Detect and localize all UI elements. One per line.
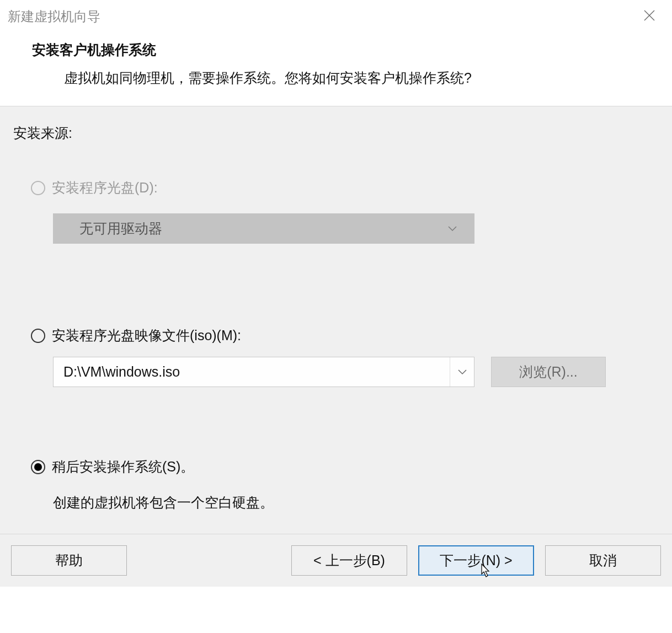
radio-icon [31,460,45,474]
chevron-down-icon[interactable] [450,357,474,387]
radio-label-later: 稍后安装操作系统(S)。 [52,458,194,476]
radio-label-disc: 安装程序光盘(D): [52,179,158,197]
help-button[interactable]: 帮助 [11,545,127,576]
radio-option-iso[interactable]: 安装程序光盘映像文件(iso)(M): [13,326,661,345]
radio-option-disc[interactable]: 安装程序光盘(D): [13,179,661,197]
radio-label-iso: 安装程序光盘映像文件(iso)(M): [52,326,241,345]
iso-path-combobox[interactable]: D:\VM\windows.iso [53,357,474,387]
titlebar: 新建虚拟机向导 [0,0,672,31]
chevron-down-icon [448,226,457,232]
cancel-button[interactable]: 取消 [545,545,661,576]
later-description: 创建的虚拟机将包含一个空白硬盘。 [13,493,661,512]
source-label: 安装来源: [13,124,661,142]
radio-icon [31,181,45,195]
disc-drive-value: 无可用驱动器 [79,219,162,238]
next-button[interactable]: 下一步(N) > [418,545,534,576]
wizard-header: 安装客户机操作系统 虚拟机如同物理机，需要操作系统。您将如何安装客户机操作系统? [0,31,672,106]
back-button[interactable]: < 上一步(B) [291,545,407,576]
page-description: 虚拟机如同物理机，需要操作系统。您将如何安装客户机操作系统? [32,69,672,87]
disc-drive-dropdown: 无可用驱动器 [53,213,474,244]
radio-option-later[interactable]: 稍后安装操作系统(S)。 [13,458,661,476]
window-title: 新建虚拟机向导 [8,8,100,25]
wizard-footer: 帮助 < 上一步(B) 下一步(N) > 取消 [0,534,672,587]
content-area: 安装来源: 安装程序光盘(D): 无可用驱动器 安装程序光盘映像文件(iso)(… [0,106,672,534]
close-icon[interactable] [638,8,661,25]
radio-icon [31,329,45,343]
page-title: 安装客户机操作系统 [32,41,672,59]
browse-button[interactable]: 浏览(R)... [491,357,606,387]
iso-path-value: D:\VM\windows.iso [63,364,180,380]
